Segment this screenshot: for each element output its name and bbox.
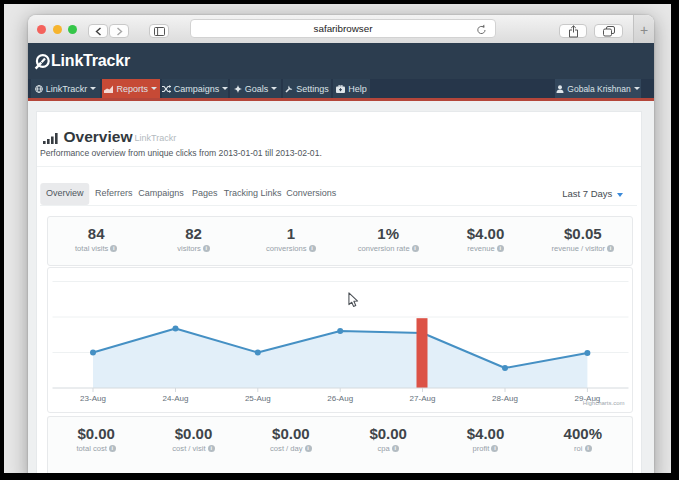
svg-text:24-Aug: 24-Aug xyxy=(162,394,188,403)
svg-text:23-Aug: 23-Aug xyxy=(80,394,106,403)
svg-text:27-Aug: 27-Aug xyxy=(409,394,435,403)
svg-text:26-Aug: 26-Aug xyxy=(327,394,353,403)
svg-text:Highcharts.com: Highcharts.com xyxy=(582,399,624,405)
svg-text:28-Aug: 28-Aug xyxy=(492,394,518,403)
svg-text:25-Aug: 25-Aug xyxy=(244,394,270,403)
